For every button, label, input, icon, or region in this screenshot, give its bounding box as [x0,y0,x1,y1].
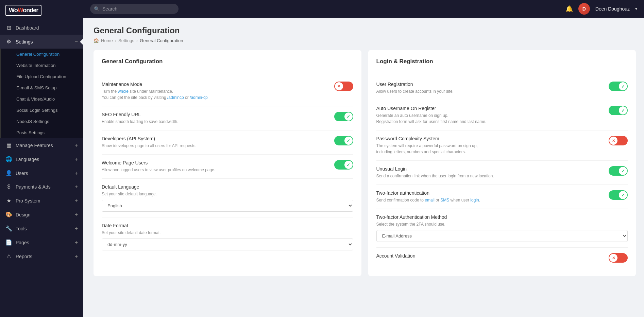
sidebar-sub-website-info[interactable]: Website Information [1,60,83,71]
setting-info: Password Complexity System The system wi… [376,136,604,155]
sidebar-item-reports[interactable]: ⚠ Reports + [0,249,83,263]
sidebar-item-dashboard[interactable]: ⊞ Dashboard [0,21,83,35]
expand-icon: + [75,198,78,204]
sidebar-sub-file-upload[interactable]: File Upload Configuration [1,71,83,82]
sidebar-item-manage-features[interactable]: ▦ Manage Features + [0,138,83,152]
sidebar-item-label: Settings [16,39,33,45]
sidebar-item-pro-system[interactable]: ★ Pro System + [0,194,83,208]
developers-toggle[interactable] [334,136,353,145]
search-input[interactable] [90,4,179,14]
setting-info: Auto Username On Register Generate an au… [376,106,604,125]
toggle-knob [619,167,627,175]
sidebar-item-languages[interactable]: 🌐 Languages + [0,152,83,166]
avatar: D [578,3,590,15]
sidebar-sub-email-sms[interactable]: E-mail & SMS Setup [1,82,83,93]
left-panel-title: General Configuration [102,58,353,69]
toggle-knob [344,161,353,169]
setting-label: Welcome Page Users [102,160,329,165]
user-name[interactable]: Deen Doughouz [595,6,630,12]
sidebar-sub-nodejs[interactable]: NodeJS Settings [1,116,83,127]
sidebar-item-design[interactable]: 🎨 Design + [0,208,83,222]
sidebar-arrow [80,38,83,45]
right-panel-title: Login & Registration [376,58,628,69]
toggle-knob [619,106,627,115]
account-validation-toggle[interactable] [609,253,628,263]
setting-row-password-complexity: Password Complexity System The system wi… [376,130,628,161]
sidebar-item-label: Pro System [16,198,40,204]
setting-info: Maintenance Mode Turn the whole site und… [102,82,329,101]
setting-row-welcome: Welcome Page Users Allow non logged user… [102,155,353,179]
welcome-page-toggle[interactable] [334,160,353,170]
setting-label: Developers (API System) [102,136,329,141]
sidebar-item-label: Manage Features [16,143,53,148]
setting-label: User Registration [376,82,604,87]
default-language-select[interactable]: English French Spanish Arabic German [102,200,353,212]
pages-icon: 📄 [5,239,12,246]
setting-info: Default Language Set your site default l… [102,184,353,212]
date-format-select[interactable]: dd-mm-yy mm-dd-yy yy-mm-dd dd/mm/yyyy mm… [102,239,353,250]
setting-info: Developers (API System) Show /developers… [102,136,329,149]
topbar: 🔍 🔔 D Deen Doughouz ▾ [83,0,644,18]
setting-info: User Registration Allow users to create … [376,82,604,94]
user-registration-toggle[interactable] [609,82,628,91]
sidebar-item-label: Languages [16,157,39,162]
setting-info: Unusual Login Send a confirmation link w… [376,166,604,179]
toggle-knob [619,191,627,199]
auto-username-toggle[interactable] [609,106,628,115]
sidebar-item-tools[interactable]: 🔧 Tools + [0,222,83,235]
two-factor-method-select[interactable]: E-mail Address SMS Both [376,230,628,242]
setting-desc: Generate an auto username on sign up. Re… [376,112,604,125]
right-panel: Login & Registration User Registration A… [368,50,636,276]
setting-row-developers: Developers (API System) Show /developers… [102,130,353,155]
brand-logo: WoWonder [5,5,41,16]
setting-label: Two-factor authentication [376,190,604,196]
main-area: 🔍 🔔 D Deen Doughouz ▾ General Configurat… [83,0,644,317]
setting-row-date-format: Date Format Set your site default date f… [102,217,353,256]
seo-toggle[interactable] [334,112,353,121]
logo[interactable]: WoWonder [0,0,83,21]
toggle-knob [344,112,353,121]
breadcrumb-sep2: › [136,38,138,43]
expand-icon: + [75,240,78,246]
content-area: General Configuration 🏠 Home › Settings … [83,18,644,317]
sidebar-item-label: Tools [16,226,27,231]
sidebar-item-payments-ads[interactable]: $ Payments & Ads + [0,180,83,194]
expand-icon: + [75,142,78,148]
maintenance-toggle[interactable] [334,82,353,91]
languages-icon: 🌐 [5,156,12,162]
setting-desc: Send a confirmation link when the user l… [376,173,604,179]
search-wrapper: 🔍 [90,4,179,14]
unusual-login-toggle[interactable] [609,166,628,176]
sidebar-item-pages[interactable]: 📄 Pages + [0,235,83,249]
sidebar-item-label: Users [16,171,28,176]
toggle-knob [609,137,617,145]
breadcrumb-current: General Configuration [140,38,183,43]
sidebar-item-users[interactable]: 👤 Users + [0,166,83,180]
user-dropdown-caret[interactable]: ▾ [635,6,637,11]
two-factor-method-label: Two-factor Authentication Method [376,214,628,220]
setting-row-user-registration: User Registration Allow users to create … [376,76,628,100]
setting-label: Password Complexity System [376,136,604,141]
setting-desc: The system will require a powerful passw… [376,143,604,155]
notification-bell-icon[interactable]: 🔔 [565,5,573,13]
sidebar: WoWonder ⊞ Dashboard ⚙ Settings − Genera… [0,0,83,317]
sidebar-sub-social-login[interactable]: Social Login Settings [1,105,83,116]
sidebar-sub-chat-video[interactable]: Chat & Video/Audio [1,93,83,105]
setting-row-two-factor: Two-factor authentication Send confirmat… [376,185,628,209]
sidebar-sub-general-config[interactable]: General Configuration [1,49,83,60]
breadcrumb-home[interactable]: Home [101,38,113,43]
two-factor-toggle[interactable] [609,190,628,200]
breadcrumb-settings[interactable]: Settings [118,38,134,43]
reports-icon: ⚠ [5,253,12,260]
setting-label: Account Validation [376,253,604,259]
sidebar-sub-posts-settings[interactable]: Posts Settings [1,127,83,138]
sidebar-item-settings[interactable]: ⚙ Settings − [0,35,83,49]
setting-info: Account Validation [376,253,604,260]
setting-row-two-factor-method: Two-factor Authentication Method Select … [376,209,628,248]
sidebar-item-label: Dashboard [16,25,39,31]
password-complexity-toggle[interactable] [609,136,628,145]
toggle-knob [609,254,617,262]
expand-icon: + [75,156,78,162]
default-language-desc: Set your site default language. [102,191,353,197]
setting-info: SEO Friendly URL Enable smooth loading t… [102,112,329,125]
